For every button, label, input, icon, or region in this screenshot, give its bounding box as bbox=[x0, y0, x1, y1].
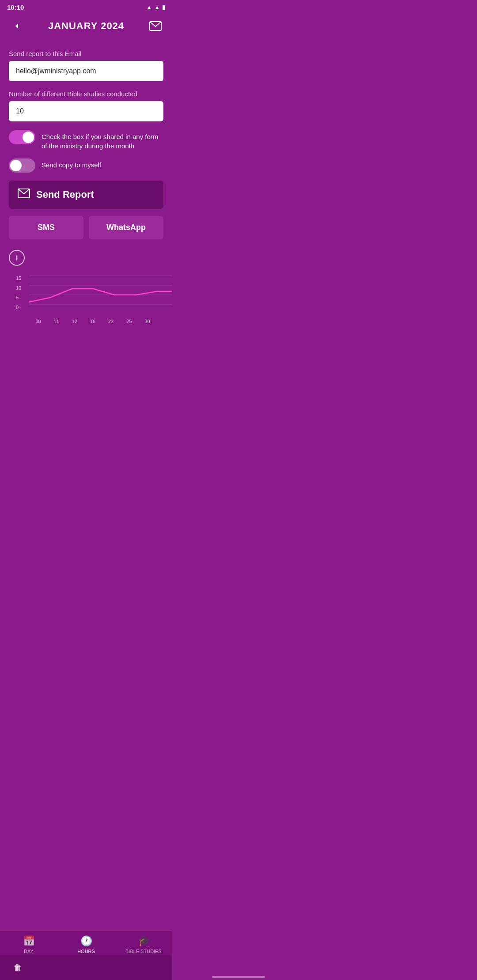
back-button[interactable] bbox=[7, 16, 26, 36]
y-label-5: 5 bbox=[16, 295, 21, 305]
email-header-button[interactable] bbox=[146, 16, 165, 36]
copy-toggle[interactable] bbox=[9, 158, 35, 173]
wifi-icon: ▲ bbox=[154, 4, 160, 11]
info-icon[interactable]: i bbox=[9, 250, 25, 266]
ministry-toggle-row: Check the box if you shared in any form … bbox=[9, 130, 163, 151]
battery-icon: ▮ bbox=[162, 4, 165, 11]
x-label-30: 30 bbox=[144, 319, 150, 324]
x-label-25: 25 bbox=[126, 319, 132, 324]
ministry-toggle[interactable] bbox=[9, 130, 35, 144]
x-label-11: 11 bbox=[54, 319, 59, 324]
action-buttons: SMS WhatsApp bbox=[9, 216, 163, 239]
chart-y-labels: 15 10 5 0 bbox=[16, 275, 21, 314]
chart-line bbox=[29, 289, 172, 302]
whatsapp-button[interactable]: WhatsApp bbox=[89, 216, 163, 239]
status-icons: ▲ ▲ ▮ bbox=[146, 4, 165, 11]
sms-label: SMS bbox=[38, 223, 55, 232]
copy-toggle-track[interactable] bbox=[9, 158, 35, 173]
y-label-10: 10 bbox=[16, 285, 21, 295]
page-title: JANUARY 2024 bbox=[48, 20, 124, 32]
bible-studies-input[interactable] bbox=[9, 101, 163, 121]
chart-area: 15 10 5 0 08 11 12 16 22 25 bbox=[9, 272, 163, 324]
x-label-22: 22 bbox=[108, 319, 114, 324]
email-label: Send report to this Email bbox=[9, 50, 163, 57]
chart-x-labels: 08 11 12 16 22 25 30 bbox=[29, 317, 156, 324]
whatsapp-label: WhatsApp bbox=[106, 223, 146, 232]
header: JANUARY 2024 bbox=[0, 13, 172, 43]
chart-svg-container bbox=[29, 275, 156, 317]
x-label-16: 16 bbox=[90, 319, 95, 324]
signal-icon: ▲ bbox=[146, 4, 152, 11]
form-content: Send report to this Email Number of diff… bbox=[0, 43, 172, 331]
ministry-toggle-track[interactable] bbox=[9, 130, 35, 144]
copy-toggle-thumb bbox=[10, 160, 22, 171]
status-bar: 10:10 ▲ ▲ ▮ bbox=[0, 0, 172, 13]
ministry-toggle-label: Check the box if you shared in any form … bbox=[42, 130, 163, 151]
x-label-08: 08 bbox=[35, 319, 41, 324]
email-input[interactable] bbox=[9, 61, 163, 81]
send-report-button[interactable]: Send Report bbox=[9, 181, 163, 209]
copy-toggle-label: Send copy to myself bbox=[42, 158, 101, 170]
x-label-12: 12 bbox=[72, 319, 77, 324]
y-label-0: 0 bbox=[16, 305, 21, 314]
send-report-label: Send Report bbox=[36, 189, 94, 200]
send-report-icon bbox=[18, 188, 30, 201]
copy-toggle-row: Send copy to myself bbox=[9, 158, 163, 173]
sms-button[interactable]: SMS bbox=[9, 216, 83, 239]
info-row: i bbox=[9, 248, 163, 268]
ministry-toggle-thumb bbox=[23, 132, 34, 143]
bible-studies-label: Number of different Bible studies conduc… bbox=[9, 90, 163, 98]
y-label-15: 15 bbox=[16, 275, 21, 285]
chart-svg bbox=[29, 275, 172, 315]
status-time: 10:10 bbox=[7, 4, 24, 11]
